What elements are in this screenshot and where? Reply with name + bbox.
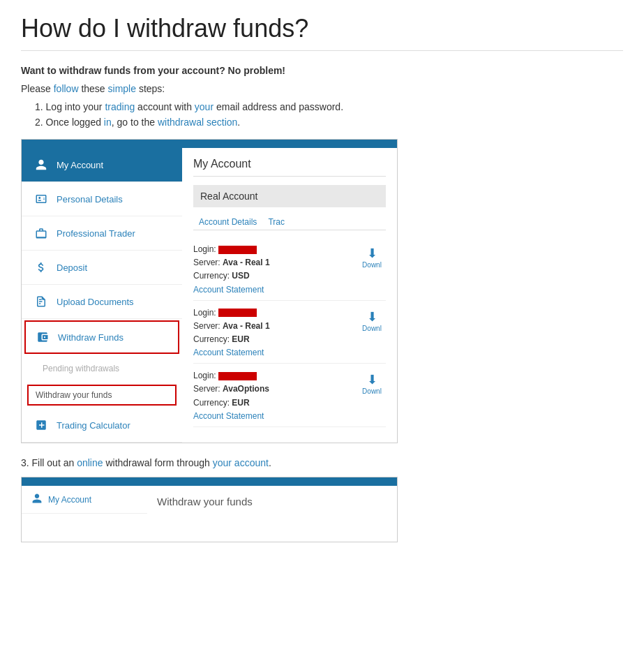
account-1-currency: Currency: USD — [193, 269, 358, 283]
main-content: My Account Real Account Account Details … — [182, 148, 397, 443]
download-label-1: Downl — [362, 261, 382, 269]
account-2-server: Server: Ava - Real 1 — [193, 320, 358, 333]
sidebar-item-pending-withdrawals: Pending withdrawals — [22, 355, 182, 382]
account-2-currency: Currency: EUR — [193, 333, 358, 346]
calculator-icon — [33, 417, 50, 433]
in-link[interactable]: in — [104, 117, 112, 128]
withdraw-your-funds-title: Withdraw your funds — [157, 496, 387, 507]
download-label-2: Downl — [362, 325, 382, 332]
download-icon-3: ⬇ — [367, 372, 377, 387]
sidebar-item-withdraw-your-funds[interactable]: Withdraw your funds — [27, 385, 177, 406]
simple-link[interactable]: simple — [108, 83, 136, 94]
sidebar2-my-account-label: My Account — [48, 495, 91, 505]
document-icon — [33, 293, 50, 310]
follow-link[interactable]: follow — [54, 83, 79, 94]
account-3-login: Login: — [193, 369, 358, 383]
account-statement-link-3[interactable]: Account Statement — [193, 411, 264, 421]
login-redacted-1 — [218, 246, 257, 254]
download-label-3: Downl — [362, 387, 382, 395]
account-statement-link-2[interactable]: Account Statement — [193, 348, 264, 357]
download-icon-1: ⬇ — [367, 246, 377, 261]
sidebar-pending-withdrawals-label: Pending withdrawals — [43, 364, 119, 373]
main-content-2: Withdraw your funds — [147, 486, 397, 542]
sidebar: My Account Personal Details Professional… — [22, 148, 182, 443]
download-btn-1[interactable]: ⬇ Downl — [358, 243, 386, 269]
account-tabs: Account Details Trac — [193, 214, 386, 230]
screenshot-2: My Account Withdraw your funds — [21, 477, 398, 542]
tab-trac[interactable]: Trac — [262, 214, 290, 230]
account-entry-2-info: Login: Server: Ava - Real 1 Currency: EU… — [193, 306, 358, 358]
sidebar-upload-documents-label: Upload Documents — [57, 297, 134, 307]
intro-text: Please follow these simple steps: — [21, 83, 623, 94]
account-3-currency: Currency: EUR — [193, 396, 358, 410]
step-1: 1. Log into your trading account with yo… — [35, 101, 623, 112]
step-2: 2. Once logged in, go to the withdrawal … — [35, 117, 623, 128]
withdrawal-section-link[interactable]: withdrawal section — [158, 117, 237, 128]
sidebar-trading-calculator-label: Trading Calculator — [57, 420, 130, 431]
id-card-icon — [33, 191, 50, 207]
sidebar-item-professional-trader[interactable]: Professional Trader — [22, 216, 182, 251]
sidebar-item-deposit[interactable]: Deposit — [22, 251, 182, 285]
sidebar-item-my-account[interactable]: My Account — [22, 148, 182, 182]
account-entry-3: Login: Server: AvaOptions Currency: EUR … — [193, 364, 386, 427]
online-link[interactable]: online — [77, 457, 103, 468]
real-account-header: Real Account — [193, 185, 386, 207]
topbar-2 — [22, 477, 397, 486]
person-icon — [33, 156, 50, 173]
sidebar-my-account-label: My Account — [57, 160, 103, 170]
wallet-icon — [34, 329, 51, 346]
download-icon-2: ⬇ — [367, 309, 377, 325]
screenshot-content-1: My Account Personal Details Professional… — [22, 148, 397, 443]
account-2-login: Login: — [193, 306, 358, 320]
sidebar-personal-details-label: Personal Details — [57, 194, 123, 205]
trading-link[interactable]: trading — [105, 101, 135, 112]
person-icon-2 — [31, 493, 43, 506]
login-redacted-3 — [218, 372, 257, 380]
screenshot-1: My Account Personal Details Professional… — [21, 139, 398, 443]
topbar-1 — [22, 140, 397, 148]
tab-account-details[interactable]: Account Details — [193, 214, 262, 230]
sidebar-item-upload-documents[interactable]: Upload Documents — [22, 285, 182, 319]
account-statement-link-1[interactable]: Account Statement — [193, 285, 264, 295]
account-entry-1: Login: Server: Ava - Real 1 Currency: US… — [193, 237, 386, 301]
screenshot-content-2: My Account Withdraw your funds — [22, 486, 397, 542]
account-entry-2: Login: Server: Ava - Real 1 Currency: EU… — [193, 301, 386, 364]
sidebar-2: My Account — [22, 486, 147, 542]
steps-list: 1. Log into your trading account with yo… — [21, 101, 623, 128]
download-btn-3[interactable]: ⬇ Downl — [358, 369, 386, 395]
sidebar-item-withdraw-funds[interactable]: Withdraw Funds — [24, 320, 179, 354]
login-redacted-2 — [218, 309, 257, 317]
briefcase-icon — [33, 225, 50, 242]
sidebar-item-trading-calculator[interactable]: Trading Calculator — [22, 408, 182, 443]
page-title: How do I withdraw funds? — [21, 14, 623, 51]
sidebar-withdraw-your-funds-label: Withdraw your funds — [36, 390, 112, 400]
sidebar2-item-my-account[interactable]: My Account — [22, 486, 147, 514]
your-link[interactable]: your — [195, 101, 214, 112]
sidebar-withdraw-funds-label: Withdraw Funds — [58, 332, 123, 343]
sidebar-professional-trader-label: Professional Trader — [57, 228, 135, 239]
main-section-title: My Account — [193, 158, 386, 177]
account-entry-3-info: Login: Server: AvaOptions Currency: EUR … — [193, 369, 358, 421]
money-icon — [33, 259, 50, 276]
intro-bold: Want to withdraw funds from your account… — [21, 65, 623, 76]
account-entry-1-info: Login: Server: Ava - Real 1 Currency: US… — [193, 243, 358, 295]
account-3-server: Server: AvaOptions — [193, 383, 358, 396]
download-btn-2[interactable]: ⬇ Downl — [358, 306, 386, 332]
account-1-login: Login: — [193, 243, 358, 256]
sidebar-item-personal-details[interactable]: Personal Details — [22, 182, 182, 216]
account-1-server: Server: Ava - Real 1 — [193, 256, 358, 269]
sidebar-deposit-label: Deposit — [57, 262, 87, 273]
step-3-text: 3. Fill out an online withdrawal form th… — [21, 457, 623, 468]
your-account-link[interactable]: your account — [213, 457, 269, 468]
